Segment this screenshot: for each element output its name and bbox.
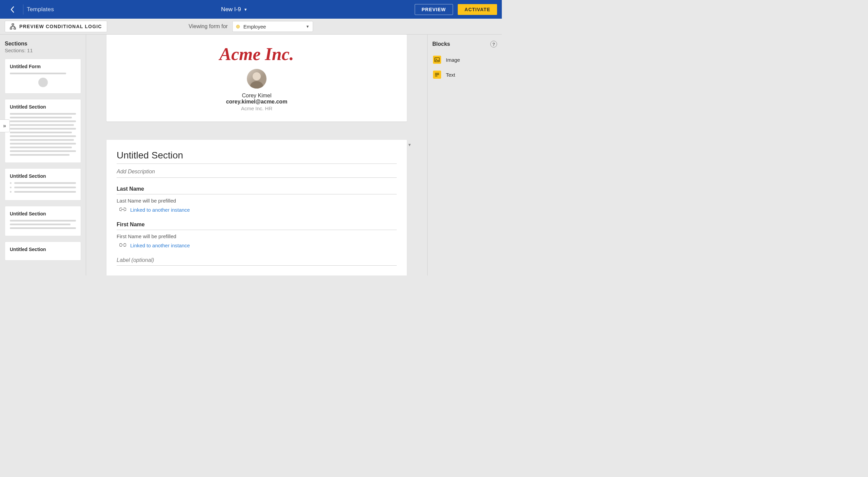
section-thumbnail[interactable]: Untitled Section [5, 99, 81, 163]
linked-instance-link[interactable]: Linked to another instance [130, 243, 190, 248]
preview-conditional-logic-button[interactable]: PREVIEW CONDITIONAL LOGIC [5, 21, 107, 32]
back-button[interactable] [5, 3, 20, 16]
field-label-input[interactable] [117, 220, 397, 230]
document-title-dropdown[interactable]: New I-9 ▼ [221, 6, 247, 13]
toolbar: PREVIEW CONDITIONAL LOGIC Viewing form f… [0, 19, 502, 35]
block-label: Image [446, 57, 460, 63]
image-icon [433, 56, 441, 64]
skeleton-line [10, 150, 76, 152]
user-email: corey.kimel@acme.com [117, 99, 397, 105]
field-block: Last Name will be prefilled Linked to an… [117, 185, 397, 213]
preview-button[interactable]: PREVIEW [415, 4, 453, 15]
sections-count: Sections: 11 [5, 47, 81, 53]
section-thumbnail[interactable]: Untitled Section [5, 206, 81, 236]
main-layout: Sections Sections: 11 Untitled Form Unti… [0, 35, 502, 275]
svg-rect-0 [12, 24, 14, 25]
block-text[interactable]: Text [432, 69, 497, 81]
conditional-logic-label: PREVIEW CONDITIONAL LOGIC [19, 24, 102, 29]
sidebar-expand-toggle[interactable]: » [0, 119, 10, 132]
breadcrumb-templates[interactable]: Templates [27, 6, 54, 13]
app-header: Templates New I-9 ▼ PREVIEW ACTIVATE [0, 0, 502, 19]
svg-rect-3 [435, 58, 439, 62]
field-label-input[interactable] [117, 256, 397, 266]
skeleton-line [10, 135, 76, 137]
user-avatar [247, 69, 267, 89]
form-section-card[interactable]: ▼ Last Name will be prefilled Linked to … [106, 140, 407, 275]
role-selector[interactable]: Employee ▼ [233, 21, 313, 32]
field-label-input[interactable] [117, 185, 397, 194]
section-thumbnail-title: Untitled Section [10, 104, 76, 110]
section-thumbnail[interactable]: Untitled Section [5, 168, 81, 201]
link-icon [119, 243, 126, 248]
logic-tree-icon [10, 23, 16, 30]
skeleton-bullet [10, 191, 76, 193]
skeleton-line [10, 124, 74, 126]
linked-instance-row: Linked to another instance [117, 207, 397, 213]
chevron-down-icon: ▼ [306, 24, 310, 28]
company-logo: Acme Inc. [117, 44, 397, 64]
skeleton-line [10, 227, 76, 229]
role-selected-text: Employee [243, 24, 266, 30]
sections-sidebar: Sections Sections: 11 Untitled Form Unti… [0, 35, 86, 275]
skeleton-line [10, 224, 71, 225]
field-prefill-hint: Last Name will be prefilled [117, 198, 397, 204]
skeleton-line [10, 73, 66, 74]
chevron-down-icon: ▼ [244, 7, 248, 12]
skeleton-line [10, 143, 76, 145]
section-thumbnail-title: Untitled Section [10, 247, 76, 252]
skeleton-line [10, 220, 76, 222]
skeleton-line [10, 113, 76, 115]
svg-rect-1 [10, 28, 12, 29]
skeleton-bullet [10, 182, 76, 184]
activate-button[interactable]: ACTIVATE [458, 4, 497, 15]
viewing-for-label: Viewing form for [189, 23, 228, 30]
skeleton-bullet [10, 187, 76, 188]
section-title-input[interactable] [117, 150, 397, 164]
form-header-card[interactable]: Acme Inc. Corey Kimel corey.kimel@acme.c… [106, 35, 407, 121]
svg-point-4 [436, 59, 437, 60]
skeleton-line [10, 128, 76, 130]
skeleton-line [10, 147, 72, 148]
user-org: Acme Inc. HR [117, 106, 397, 111]
chevron-left-icon [10, 6, 14, 13]
svg-rect-2 [14, 28, 16, 29]
sections-title: Sections [5, 41, 81, 47]
section-thumbnail-title: Untitled Form [10, 64, 76, 69]
role-color-dot [236, 25, 240, 28]
blocks-title: Blocks [432, 41, 450, 47]
linked-instance-row: Linked to another instance [117, 243, 397, 248]
skeleton-line [10, 139, 74, 141]
block-image[interactable]: Image [432, 54, 497, 66]
help-button[interactable]: ? [490, 41, 497, 47]
field-block: First Name will be prefilled Linked to a… [117, 220, 397, 248]
skeleton-avatar [38, 78, 48, 87]
section-thumbnail[interactable]: Untitled Form [5, 59, 81, 94]
section-thumbnail-title: Untitled Section [10, 211, 76, 216]
skeleton-line [10, 154, 70, 156]
header-divider [23, 4, 23, 15]
linked-instance-link[interactable]: Linked to another instance [130, 207, 190, 213]
skeleton-line [10, 132, 72, 133]
block-label: Text [446, 72, 455, 78]
section-description-input[interactable] [117, 166, 397, 178]
blocks-sidebar: Blocks ? Image Text [427, 35, 502, 275]
user-name: Corey Kimel [117, 93, 397, 99]
form-canvas: Acme Inc. Corey Kimel corey.kimel@acme.c… [86, 35, 427, 275]
section-thumbnail[interactable]: Untitled Section [5, 242, 81, 261]
section-thumbnail-title: Untitled Section [10, 173, 76, 179]
skeleton-line [10, 117, 72, 118]
skeleton-line [10, 120, 76, 122]
section-menu-caret[interactable]: ▼ [408, 142, 412, 147]
field-prefill-hint: First Name will be prefilled [117, 233, 397, 239]
text-icon [433, 71, 441, 79]
document-title-text: New I-9 [221, 6, 241, 13]
field-block [117, 256, 397, 269]
link-icon [119, 207, 126, 213]
